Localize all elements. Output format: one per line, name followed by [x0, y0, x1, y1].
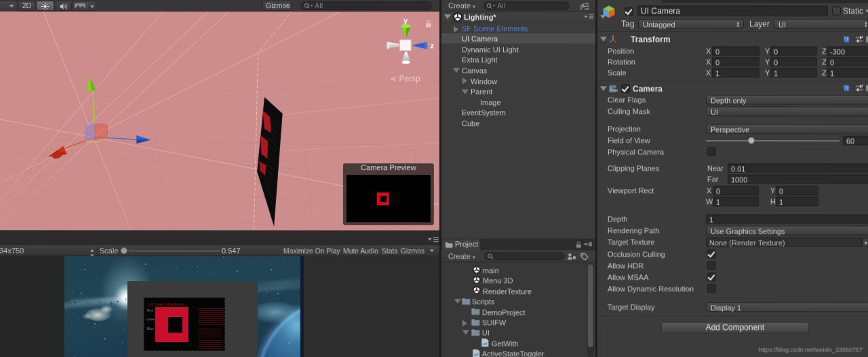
svg-text:?: ? [846, 37, 848, 41]
svg-text:c#: c# [483, 341, 488, 345]
svg-text:c#: c# [474, 352, 479, 356]
svg-text:y: y [403, 17, 408, 24]
svg-text:?: ? [846, 85, 848, 90]
svg-text:z: z [430, 41, 434, 49]
